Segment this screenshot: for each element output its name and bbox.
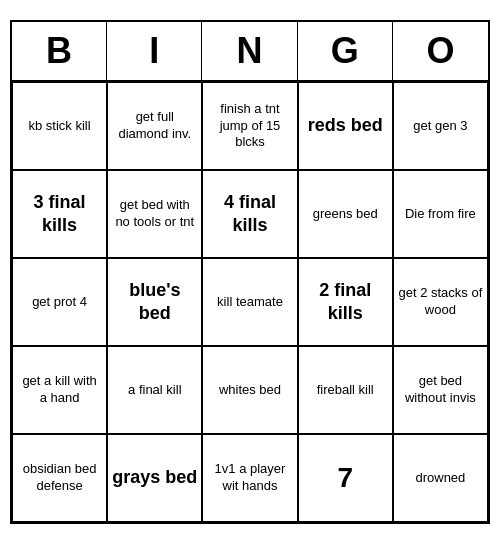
bingo-cell: blue's bed [107,258,202,346]
header-letter: O [393,22,488,80]
header-letter: B [12,22,107,80]
bingo-cell: get a kill with a hand [12,346,107,434]
bingo-cell: a final kill [107,346,202,434]
header-letter: N [202,22,297,80]
bingo-card: BINGO kb stick killget full diamond inv.… [10,20,490,524]
bingo-cell: drowned [393,434,488,522]
bingo-cell: 3 final kills [12,170,107,258]
bingo-grid: kb stick killget full diamond inv.finish… [12,82,488,522]
bingo-cell: obsidian bed defense [12,434,107,522]
bingo-cell: Die from fire [393,170,488,258]
bingo-cell: fireball kill [298,346,393,434]
bingo-cell: get prot 4 [12,258,107,346]
bingo-cell: 1v1 a player wit hands [202,434,297,522]
bingo-cell: get bed without invis [393,346,488,434]
bingo-cell: greens bed [298,170,393,258]
bingo-cell: finish a tnt jump of 15 blcks [202,82,297,170]
bingo-cell: reds bed [298,82,393,170]
bingo-cell: kill teamate [202,258,297,346]
bingo-header: BINGO [12,22,488,82]
header-letter: I [107,22,202,80]
bingo-cell: get bed with no tools or tnt [107,170,202,258]
bingo-cell: 2 final kills [298,258,393,346]
bingo-cell: 4 final kills [202,170,297,258]
bingo-cell: get full diamond inv. [107,82,202,170]
bingo-cell: grays bed [107,434,202,522]
bingo-cell: get 2 stacks of wood [393,258,488,346]
bingo-cell: get gen 3 [393,82,488,170]
header-letter: G [298,22,393,80]
bingo-cell: whites bed [202,346,297,434]
bingo-cell: kb stick kill [12,82,107,170]
bingo-cell: 7 [298,434,393,522]
